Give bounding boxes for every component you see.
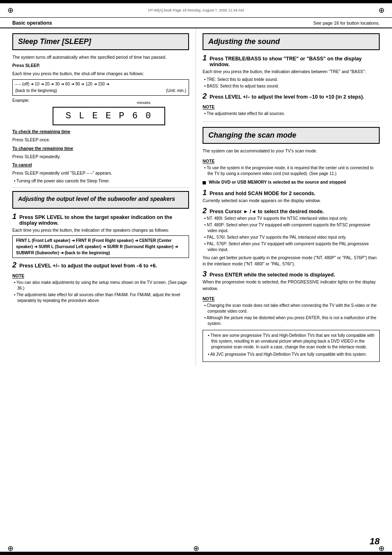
sleep-display: S L E E P 6 0 xyxy=(53,107,166,125)
spk-sequence: FRNT L (Front Left speaker) ➜ FRNT R (Fr… xyxy=(16,238,178,255)
scan-note2-bullet-2: Although the picture may be distorted wh… xyxy=(203,315,380,327)
sound-note-bullet-1: The adjustments take effect for all sour… xyxy=(203,111,380,117)
sound-step2-heading: Press LEVEL +/– to adjust the level from… xyxy=(210,94,364,100)
check-remaining-text: Press SLEEP once. xyxy=(12,137,189,143)
header-section-title: Basic operations xyxy=(12,20,52,26)
check-remaining-heading: To check the remaining time xyxy=(12,129,70,134)
right-column: Adjusting the sound 1 Press TREBLE/BASS … xyxy=(196,28,384,367)
scan-step2-num: 2 xyxy=(203,207,207,214)
scan-mode-intro: The system can be accommodated to your T… xyxy=(203,148,380,154)
scan-step3-heading-row: 3 Press ENTER while the selected mode is… xyxy=(203,270,380,278)
unit-label: (Unit: min.) xyxy=(166,88,186,94)
info-box-bullet-1: There are some progressive TVs and High-… xyxy=(206,333,376,350)
output-step1-heading: Press SPK LEVEL to show the target speak… xyxy=(19,214,189,226)
output-level-title: Adjusting the output level of the subwoo… xyxy=(18,195,183,203)
press-sleep-text: Each time you press the button, the shut… xyxy=(12,71,189,77)
scan-step2-bullet-3: PAL. 576I: Select when your TV supports … xyxy=(203,235,380,240)
while-dvd-icon xyxy=(203,181,206,184)
scan-step1-heading-row: 1 Press and hold SCAN MODE for 2 seconds… xyxy=(203,189,380,196)
scan-step2-heading-row: 2 Press Cursor ► /◄ to select the desire… xyxy=(203,207,380,214)
sleep-timer-title: Sleep Timer [SLEEP] xyxy=(18,37,183,46)
left-column: Sleep Timer [SLEEP] The system turns off… xyxy=(8,28,196,367)
sleep-display-container: minutes S L E E P 6 0 xyxy=(12,107,189,125)
scan-mode-section-box: Changing the scan mode xyxy=(203,127,380,144)
output-note-bullet-2: The adjustments take effect for all sour… xyxy=(12,292,189,304)
top-right-crosshair: ⊕ xyxy=(378,6,385,15)
minutes-label: minutes xyxy=(118,100,169,105)
output-note-label: NOTE xyxy=(12,273,24,279)
sound-step1-num: 1 xyxy=(203,54,207,62)
sound-note: NOTE The adjustments take effect for all… xyxy=(203,102,380,117)
scan-step3-text: When the progressive mode is selected, t… xyxy=(203,279,380,291)
top-left-crosshair: ⊕ xyxy=(7,6,14,15)
arrow-sequence2: (back to the beginning) xyxy=(15,88,57,94)
adjusting-sound-title: Adjusting the sound xyxy=(208,37,374,46)
output-note-bullet-1: You can also make adjustments by using t… xyxy=(12,280,189,291)
top-decorative-row: ⊕ HT-90[A].book Page 18 Monday, August 7… xyxy=(0,3,392,18)
sleep-timer-intro: The system turns off automatically when … xyxy=(12,54,189,60)
cancel-text: Press SLEEP repeatedly until "SLEEP – –"… xyxy=(12,170,189,176)
sound-step1-heading-row: 1 Press TREBLE/BASS to show "TRE" or "BA… xyxy=(203,54,380,67)
press-sleep-heading: Press SLEEP. xyxy=(12,63,40,68)
spk-sequence-box: FRNT L (Front Left speaker) ➜ FRNT R (Fr… xyxy=(12,235,189,258)
scan-step2-extra: You can get better picture quality in th… xyxy=(203,255,380,267)
bottom-bar xyxy=(0,552,392,555)
cancel-heading: To cancel xyxy=(12,162,32,167)
output-level-note: NOTE You can also make adjustments by us… xyxy=(12,271,189,304)
change-remaining-text: Press SLEEP repeatedly. xyxy=(12,154,189,160)
scan-step2-bullet-4: PAL. 576P: Select when your TV equipped … xyxy=(203,241,380,253)
output-level-section-box: Adjusting the output level of the subwoo… xyxy=(12,191,189,208)
scan-note2-label: NOTE xyxy=(203,296,214,302)
while-dvd-label: While DVD or USB MEMORY is selected as t… xyxy=(209,180,346,184)
sound-step1-text: Each time you press the button, the indi… xyxy=(203,69,380,75)
scan-step1-heading: Press and hold SCAN MODE for 2 seconds. xyxy=(210,191,316,196)
info-box: There are some progressive TVs and High-… xyxy=(203,330,380,362)
scan-step2-heading: Press Cursor ► /◄ to select the desired … xyxy=(210,209,324,214)
output-step2-num: 2 xyxy=(12,261,16,269)
sound-step1-heading: Press TREBLE/BASS to show "TRE" or "BASS… xyxy=(210,56,380,67)
scan-mode-title: Changing the scan mode xyxy=(208,131,374,140)
adjusting-sound-section-box: Adjusting the sound xyxy=(203,33,380,50)
main-content: Sleep Timer [SLEEP] The system turns off… xyxy=(0,28,392,367)
scan-note-bullet-1: To use the system in the progressive mod… xyxy=(203,165,380,177)
output-step2-heading-row: 2 Press LEVEL +/– to adjust the output l… xyxy=(12,261,189,269)
scan-step3-heading: Press ENTER while the selected mode is d… xyxy=(210,272,335,278)
sleep-timer-section-box: Sleep Timer [SLEEP] xyxy=(12,33,189,50)
sound-step2-heading-row: 2 Press LEVEL +/– to adjust the level fr… xyxy=(203,92,380,100)
top-bar xyxy=(0,0,392,3)
cancel-bullet: Turning off the power also cancels the S… xyxy=(12,178,189,184)
scan-mode-note: NOTE To use the system in the progressiv… xyxy=(203,156,380,177)
sound-step1-bullet-1: TRE: Select this to adjust treble sound. xyxy=(203,77,380,83)
sound-note-label: NOTE xyxy=(203,104,214,110)
change-remaining-heading: To change the remaining time xyxy=(12,146,73,151)
output-step1-num: 1 xyxy=(12,213,16,220)
arrow-sequence: – – (off) ➜ 10 ➜ 20 ➜ 30 ➜ 60 ➜ 90 ➜ 120… xyxy=(15,81,186,88)
scan-note2: NOTE Changing the scan mode does not tak… xyxy=(203,294,380,327)
scan-step2-bullet-1: NT. 480I: Select when your TV supports t… xyxy=(203,216,380,221)
scan-note-label: NOTE xyxy=(203,159,214,164)
scan-step1-text: Currently selected scan mode appears on … xyxy=(203,198,380,204)
scan-note2-bullet-1: Changing the scan mode does not take eff… xyxy=(203,303,380,314)
header-page-ref: See page 16 for button locations. xyxy=(314,21,380,25)
output-step2-heading: Press LEVEL +/– to adjust the output lev… xyxy=(19,263,157,269)
page: ⊕ HT-90[A].book Page 18 Monday, August 7… xyxy=(0,0,392,555)
info-box-bullet-2: All JVC progressive TVs and High-Definit… xyxy=(206,352,376,357)
scan-step3-num: 3 xyxy=(203,270,207,278)
output-step1-heading-row: 1 Press SPK LEVEL to show the target spe… xyxy=(12,213,189,226)
file-info: HT-90[A].book Page 18 Monday, August 7, … xyxy=(148,8,244,12)
header: Basic operations See page 16 for button … xyxy=(0,18,392,28)
sound-step2-num: 2 xyxy=(203,92,207,100)
output-step1-text: Each time you press the button, the indi… xyxy=(12,227,189,233)
sound-step1-bullet-2: BASS: Select this to adjust bass sound. xyxy=(203,83,380,89)
scan-step2-bullet-2: NT. 480P: Select when your TV equipped w… xyxy=(203,222,380,234)
scan-step1-num: 1 xyxy=(203,189,207,196)
